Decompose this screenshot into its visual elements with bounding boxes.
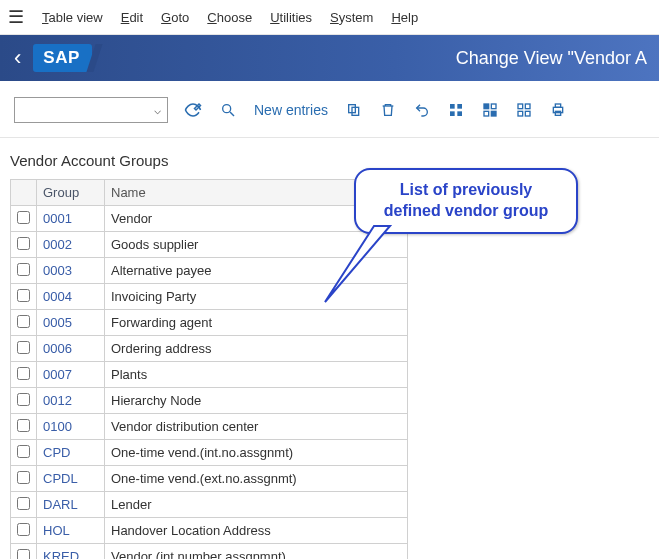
row-select-cell[interactable] bbox=[11, 206, 37, 232]
row-select-cell[interactable] bbox=[11, 258, 37, 284]
table-row[interactable]: 0005Forwarding agent bbox=[11, 310, 408, 336]
table-row[interactable]: HOLHandover Location Address bbox=[11, 518, 408, 544]
title-bar: ‹ SAP Change View "Vendor A bbox=[0, 35, 659, 81]
annotation-callout: List of previously defined vendor group bbox=[354, 168, 578, 234]
find-button[interactable] bbox=[218, 98, 238, 122]
row-checkbox[interactable] bbox=[17, 549, 30, 560]
toolbar: ⌵ New entries bbox=[0, 81, 659, 138]
callout-pointer-icon bbox=[320, 222, 400, 312]
cell-group[interactable]: DARL bbox=[37, 492, 105, 518]
copy-as-button[interactable] bbox=[344, 98, 364, 122]
cell-name[interactable]: Vendor distribution center bbox=[105, 414, 408, 440]
row-select-cell[interactable] bbox=[11, 440, 37, 466]
row-select-cell[interactable] bbox=[11, 310, 37, 336]
row-select-cell[interactable] bbox=[11, 518, 37, 544]
row-checkbox[interactable] bbox=[17, 263, 30, 276]
table-row[interactable]: 0012Hierarchy Node bbox=[11, 388, 408, 414]
hamburger-icon[interactable]: ☰ bbox=[8, 6, 24, 28]
svg-rect-9 bbox=[491, 104, 496, 109]
cell-group[interactable]: KRED bbox=[37, 544, 105, 560]
cell-name[interactable]: Handover Location Address bbox=[105, 518, 408, 544]
callout-line2: defined vendor group bbox=[384, 202, 548, 219]
cell-name[interactable]: Plants bbox=[105, 362, 408, 388]
table-row[interactable]: CPDOne-time vend.(int.no.assgnmt) bbox=[11, 440, 408, 466]
cell-group[interactable]: HOL bbox=[37, 518, 105, 544]
row-checkbox[interactable] bbox=[17, 445, 30, 458]
row-checkbox[interactable] bbox=[17, 367, 30, 380]
menu-table-view[interactable]: Table view bbox=[42, 10, 103, 25]
row-checkbox[interactable] bbox=[17, 419, 30, 432]
undo-button[interactable] bbox=[412, 98, 432, 122]
cell-name[interactable]: Vendor (int.number assgnmnt) bbox=[105, 544, 408, 560]
menu-bar: ☰ Table view Edit Goto Choose Utilities … bbox=[0, 0, 659, 35]
cell-name[interactable]: Lender bbox=[105, 492, 408, 518]
chevron-down-icon: ⌵ bbox=[154, 103, 161, 117]
svg-rect-8 bbox=[484, 104, 489, 109]
table-row[interactable]: DARLLender bbox=[11, 492, 408, 518]
cell-name[interactable]: Hierarchy Node bbox=[105, 388, 408, 414]
row-checkbox[interactable] bbox=[17, 315, 30, 328]
menu-choose[interactable]: Choose bbox=[207, 10, 252, 25]
menu-edit[interactable]: Edit bbox=[121, 10, 143, 25]
row-checkbox[interactable] bbox=[17, 523, 30, 536]
row-select-cell[interactable] bbox=[11, 466, 37, 492]
svg-rect-17 bbox=[555, 104, 560, 107]
table-corner[interactable] bbox=[11, 180, 37, 206]
table-row[interactable]: 0006Ordering address bbox=[11, 336, 408, 362]
row-select-cell[interactable] bbox=[11, 492, 37, 518]
cell-group[interactable]: 0005 bbox=[37, 310, 105, 336]
row-select-cell[interactable] bbox=[11, 336, 37, 362]
cell-group[interactable]: 0002 bbox=[37, 232, 105, 258]
back-icon[interactable]: ‹ bbox=[8, 45, 27, 71]
svg-line-1 bbox=[230, 112, 234, 116]
cell-group[interactable]: CPDL bbox=[37, 466, 105, 492]
table-row[interactable]: 0100Vendor distribution center bbox=[11, 414, 408, 440]
cell-name[interactable]: Forwarding agent bbox=[105, 310, 408, 336]
cell-name[interactable]: One-time vend.(int.no.assgnmt) bbox=[105, 440, 408, 466]
print-button[interactable] bbox=[548, 98, 568, 122]
cell-name[interactable]: One-time vend.(ext.no.assgnmt) bbox=[105, 466, 408, 492]
table-row[interactable]: 0007Plants bbox=[11, 362, 408, 388]
cell-group[interactable]: 0100 bbox=[37, 414, 105, 440]
page-title: Change View "Vendor A bbox=[456, 48, 651, 69]
menu-help[interactable]: Help bbox=[391, 10, 418, 25]
row-select-cell[interactable] bbox=[11, 232, 37, 258]
deselect-all-button[interactable] bbox=[514, 98, 534, 122]
select-block-button[interactable] bbox=[480, 98, 500, 122]
cell-name[interactable]: Ordering address bbox=[105, 336, 408, 362]
cell-group[interactable]: CPD bbox=[37, 440, 105, 466]
cell-group[interactable]: 0012 bbox=[37, 388, 105, 414]
col-header-group[interactable]: Group bbox=[37, 180, 105, 206]
menu-system[interactable]: System bbox=[330, 10, 373, 25]
table-row[interactable]: KREDVendor (int.number assgnmnt) bbox=[11, 544, 408, 560]
row-select-cell[interactable] bbox=[11, 414, 37, 440]
menu-utilities[interactable]: Utilities bbox=[270, 10, 312, 25]
row-checkbox[interactable] bbox=[17, 211, 30, 224]
row-select-cell[interactable] bbox=[11, 388, 37, 414]
delete-button[interactable] bbox=[378, 98, 398, 122]
row-checkbox[interactable] bbox=[17, 471, 30, 484]
menu-goto[interactable]: Goto bbox=[161, 10, 189, 25]
row-checkbox[interactable] bbox=[17, 289, 30, 302]
cell-group[interactable]: 0006 bbox=[37, 336, 105, 362]
row-select-cell[interactable] bbox=[11, 362, 37, 388]
svg-rect-4 bbox=[450, 104, 455, 109]
toolbar-combo[interactable]: ⌵ bbox=[14, 97, 168, 123]
row-select-cell[interactable] bbox=[11, 284, 37, 310]
row-select-cell[interactable] bbox=[11, 544, 37, 560]
svg-rect-13 bbox=[525, 104, 530, 109]
cell-group[interactable]: 0001 bbox=[37, 206, 105, 232]
table-row[interactable]: CPDLOne-time vend.(ext.no.assgnmt) bbox=[11, 466, 408, 492]
cell-group[interactable]: 0004 bbox=[37, 284, 105, 310]
cell-group[interactable]: 0003 bbox=[37, 258, 105, 284]
row-checkbox[interactable] bbox=[17, 393, 30, 406]
select-all-button[interactable] bbox=[446, 98, 466, 122]
svg-rect-7 bbox=[457, 111, 462, 116]
svg-point-0 bbox=[223, 105, 231, 113]
new-entries-button[interactable]: New entries bbox=[252, 98, 330, 122]
cell-group[interactable]: 0007 bbox=[37, 362, 105, 388]
row-checkbox[interactable] bbox=[17, 497, 30, 510]
row-checkbox[interactable] bbox=[17, 237, 30, 250]
toggle-display-change-button[interactable] bbox=[182, 98, 204, 122]
row-checkbox[interactable] bbox=[17, 341, 30, 354]
